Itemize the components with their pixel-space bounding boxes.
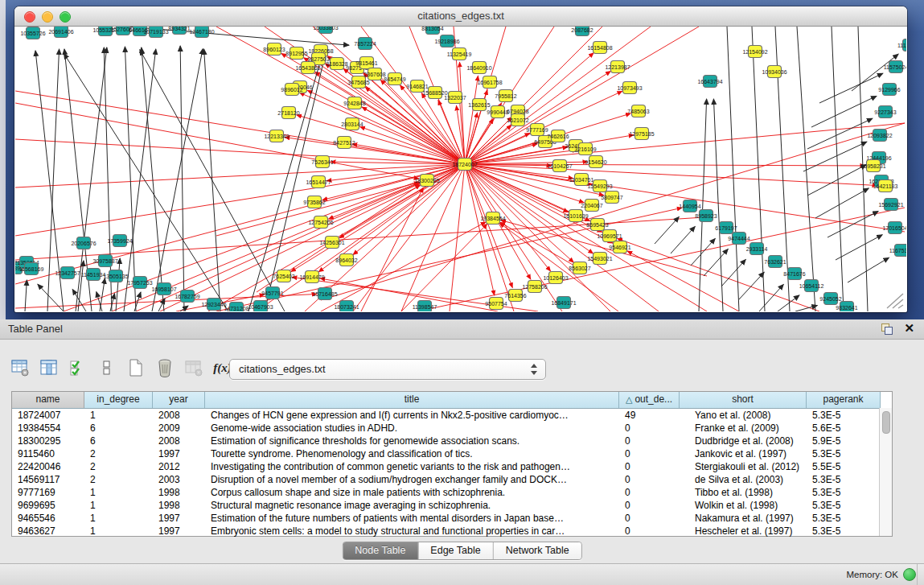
network-node[interactable]: 12467180 [189,27,214,38]
network-node[interactable]: 16643794 [697,76,722,88]
select-rows-icon[interactable] [68,358,88,378]
network-node[interactable]: 20691406 [48,27,73,38]
window-resize-grip[interactable] [882,289,905,310]
network-node[interactable]: 7632621 [764,256,786,268]
network-node[interactable]: 30975887 [92,255,117,267]
network-node[interactable]: 10934036 [762,66,786,78]
column-header-title[interactable]: title [205,392,619,408]
window-titlebar[interactable]: citations_edges.txt [14,6,907,27]
network-node[interactable]: 1440954 [679,200,700,212]
column-header-year[interactable]: year [153,392,205,408]
tab-network-table[interactable]: Network Table [494,542,581,559]
delete-table-icon[interactable] [154,358,175,378]
column-header-short[interactable]: short [680,392,807,408]
network-node[interactable]: 20206576 [71,237,96,249]
table-scrollbar[interactable] [879,408,892,536]
network-node[interactable]: 7526341 [311,156,333,168]
network-node[interactable]: 12213987 [605,61,630,73]
network-node[interactable]: 8595423 [586,219,608,231]
table-row[interactable]: 2242004622012Investigating the contribut… [12,460,892,473]
network-node[interactable]: 2204067 [581,200,602,212]
tab-node-table[interactable]: Node Table [343,542,418,559]
network-node[interactable]: 1621072 [507,114,528,126]
network-canvas[interactable]: 1035572620691406105532571527606364661611… [15,27,906,311]
table-row[interactable]: 1872400712008Changes of HCN gene express… [12,409,892,422]
network-node[interactable]: 10355726 [20,27,45,39]
network-node[interactable]: 12975185 [629,128,654,140]
table-select-dropdown[interactable]: citations_edges.txt [229,359,546,380]
network-node[interactable]: 8471676 [783,268,805,280]
network-node[interactable]: 9129966 [878,84,900,96]
network-node[interactable]: 15493021 [587,253,612,265]
network-node[interactable]: 11120654 [897,39,906,51]
close-window-icon[interactable] [24,11,35,23]
network-node[interactable]: 8934321 [168,27,190,35]
table-row[interactable]: 969969511998Structural magnetic resonanc… [12,499,892,512]
network-node[interactable]: 2087682 [571,27,593,36]
table-options-icon[interactable] [10,358,30,378]
network-node[interactable]: 10654112 [799,280,824,292]
memory-status[interactable]: Memory: OK [846,568,916,581]
network-node[interactable]: 12154092 [742,46,767,58]
network-node[interactable]: 2718120 [277,107,299,119]
table-row[interactable]: 946362711997Embryonic stem cells: a mode… [12,525,892,538]
network-node[interactable]: 13505135 [103,270,128,282]
network-node[interactable]: 11398547 [413,301,437,312]
scrollbar-thumb[interactable] [882,411,890,434]
network-node[interactable]: 8912955 [285,47,307,60]
network-node[interactable]: 16154808 [587,42,612,54]
network-node[interactable]: 10719133 [143,27,168,38]
network-node[interactable]: 7625402 [273,270,294,282]
network-node[interactable]: 12754206 [308,216,333,229]
column-header-out_de[interactable]: △out_de... [619,392,680,408]
network-node[interactable]: 19218986 [434,35,459,47]
table-row[interactable]: 1830029562008Estimation of significance … [12,435,892,447]
column-header-pagerank[interactable]: pagerank [807,392,881,408]
zoom-window-icon[interactable] [60,11,71,23]
network-node[interactable]: 16849171 [551,297,576,309]
network-node[interactable]: 11325419 [447,48,472,60]
network-node[interactable]: 8958923 [695,210,717,222]
table-row[interactable]: 977716911998Corpus callosum shape and si… [12,486,892,499]
minimize-window-icon[interactable] [42,11,53,23]
network-node[interactable]: 11675344 [889,245,906,257]
network-node[interactable]: 7955812 [495,90,516,102]
network-node[interactable]: 17016504 [882,222,906,234]
table-row[interactable]: 1456911722003Disruption of a novel membe… [12,473,892,486]
network-node[interactable]: 5809747 [601,192,622,204]
network-node[interactable]: 12923446 [201,299,226,311]
network-node[interactable]: 8960123 [263,43,285,56]
network-node[interactable]: 9990448 [487,106,508,118]
float-panel-icon[interactable] [881,323,893,336]
network-node[interactable]: 12758206 [522,281,547,293]
row-layout-icon[interactable] [97,358,117,378]
network-node[interactable]: 10126403 [543,272,568,284]
column-visibility-icon[interactable] [39,358,59,378]
network-node[interactable]: 9154620 [585,156,606,168]
column-header-in_degree[interactable]: in_degree [84,392,153,408]
network-node[interactable]: 9832641 [836,302,857,312]
network-node[interactable]: 8427512 [333,137,355,149]
network-node[interactable]: 16961758 [477,76,502,89]
network-node[interactable]: 16104267 [547,160,572,172]
network-node[interactable]: 11451934 [81,269,106,281]
network-node[interactable]: 9227343 [874,106,896,118]
new-table-icon[interactable] [125,358,146,378]
network-node[interactable]: 2803144 [341,118,363,130]
tab-edge-table[interactable]: Edge Table [418,542,493,559]
network-node[interactable]: 8563027 [569,262,590,274]
network-node[interactable]: 7614356 [504,290,526,302]
network-node[interactable]: 16033803 [313,27,338,34]
network-node[interactable]: 2933114 [746,243,768,255]
network-node[interactable]: 9507754 [485,298,507,310]
network-node[interactable]: 8454749 [384,73,405,85]
network-node[interactable]: 17359924 [107,235,132,247]
network-node[interactable]: 8964032 [335,254,357,266]
network-node[interactable]: 14731208 [224,303,248,312]
network-node[interactable]: 8813054 [421,27,443,35]
table-row[interactable]: 946554611997Estimation of the future num… [12,512,892,525]
citation-network-graph[interactable]: 1035572620691406105532571527606364661611… [15,27,906,311]
network-node[interactable]: 9245052 [819,293,841,305]
column-header-name[interactable]: name [12,392,84,408]
network-node[interactable]: 7857224 [354,38,376,50]
